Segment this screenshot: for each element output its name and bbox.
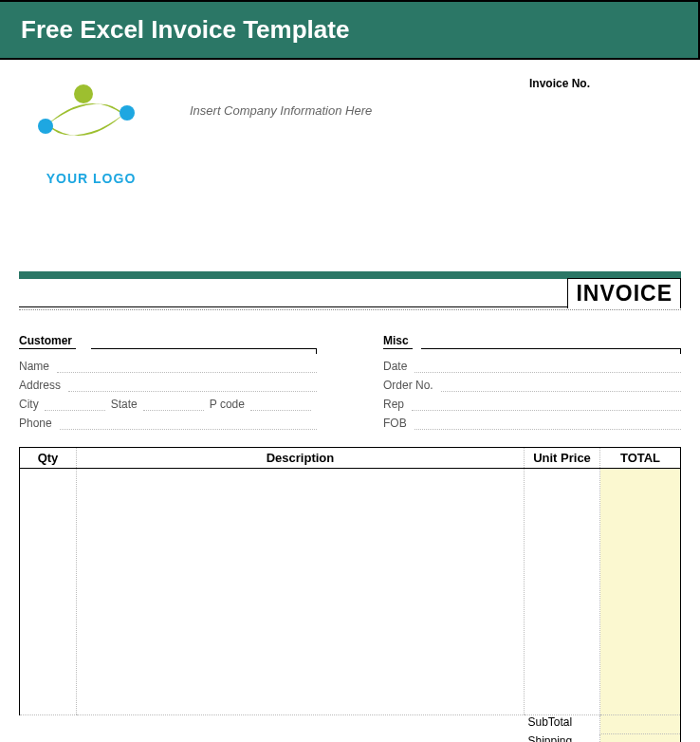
svg-point-0 [74,84,93,103]
header-row: YOUR LOGO Insert Company Information Her… [19,77,681,186]
customer-name-label: Name [19,360,49,373]
misc-fob-line [414,417,681,430]
shipping-row: Shipping [20,734,681,743]
customer-box-outline [91,348,317,354]
header-total: TOTAL [600,448,681,469]
header-description: Description [77,448,525,469]
customer-pcode-line [250,398,311,411]
document-body: YOUR LOGO Insert Company Information Her… [0,60,700,742]
subtotal-value[interactable] [600,715,681,734]
svg-point-1 [38,119,53,134]
header-qty: Qty [20,448,77,469]
line-items-table: Qty Description Unit Price TOTAL SubTota… [19,447,681,742]
info-boxes-row: Customer Name Address City State P code … [19,331,681,430]
company-logo-icon [19,77,161,167]
customer-address-row[interactable]: Address [19,379,317,392]
cell-description[interactable] [77,469,525,715]
cell-total[interactable] [600,469,681,715]
logo-container: YOUR LOGO [19,77,161,186]
cell-qty[interactable] [20,469,77,715]
misc-box-outline [421,348,681,354]
invoice-title-row: INVOICE [19,279,681,307]
customer-state-line [143,398,204,411]
misc-orderno-line [441,379,681,392]
misc-orderno-label: Order No. [383,379,433,392]
misc-date-label: Date [383,360,407,373]
misc-box: Misc Date Order No. Rep FOB [383,331,681,430]
invoice-number-label: Invoice No. [529,77,681,90]
subtotal-label: SubTotal [525,715,600,734]
customer-heading: Customer [19,334,76,349]
customer-address-label: Address [19,379,61,392]
customer-city-line [45,398,105,411]
misc-date-line [414,360,681,373]
table-header-row: Qty Description Unit Price TOTAL [20,448,681,469]
misc-rep-row[interactable]: Rep [383,398,681,411]
customer-city-row[interactable]: City State P code [19,398,317,411]
misc-heading: Misc [383,334,413,349]
customer-phone-line [60,417,317,430]
table-body-row[interactable] [20,469,681,715]
banner-title: Free Excel Invoice Template [21,15,677,45]
misc-rep-label: Rep [383,398,404,411]
customer-city-label: City [19,398,39,411]
subtotal-row: SubTotal [20,715,681,734]
shipping-value[interactable] [600,734,681,743]
misc-fob-label: FOB [383,417,407,430]
misc-rep-line [412,398,681,411]
misc-date-row[interactable]: Date [383,360,681,373]
header-dotted-line [19,308,681,310]
shipping-label: Shipping [525,734,600,743]
cell-unitprice[interactable] [525,469,600,715]
customer-state-label: State [111,398,138,411]
header-unitprice: Unit Price [525,448,600,469]
customer-pcode-label: P code [210,398,245,411]
customer-address-line [68,379,317,392]
invoice-title: INVOICE [567,278,681,308]
svg-point-2 [120,105,135,121]
company-info-placeholder[interactable]: Insert Company Information Here [190,103,372,118]
invoice-number-area: Invoice No. [529,77,681,90]
misc-fob-row[interactable]: FOB [383,417,681,430]
customer-name-line [57,360,317,373]
banner: Free Excel Invoice Template [0,0,700,60]
customer-name-row[interactable]: Name [19,360,317,373]
customer-box: Customer Name Address City State P code … [19,331,317,430]
logo-text: YOUR LOGO [21,171,161,186]
customer-phone-row[interactable]: Phone [19,417,317,430]
customer-phone-label: Phone [19,417,52,430]
misc-orderno-row[interactable]: Order No. [383,379,681,392]
